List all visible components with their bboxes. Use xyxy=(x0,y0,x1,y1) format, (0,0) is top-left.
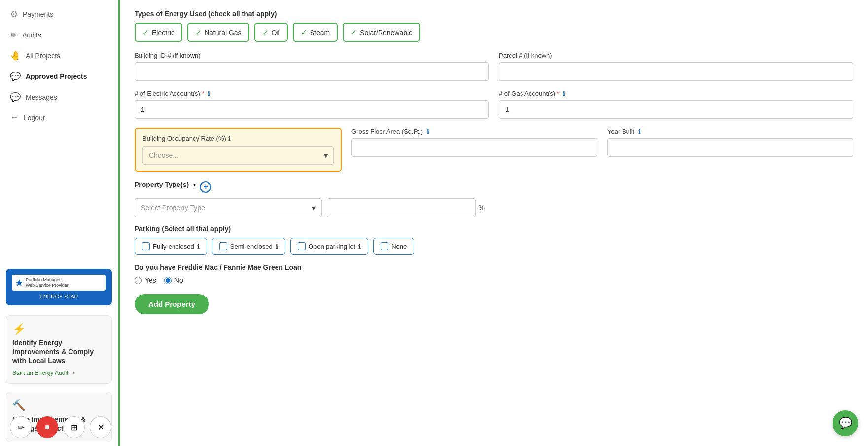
property-type-select-wrapper: Select Property Type Office Retail Multi… xyxy=(135,198,322,217)
sidebar-item-all-projects[interactable]: 🤚 All Projects xyxy=(0,45,118,66)
energy-label-electric: Electric xyxy=(152,29,174,37)
banner-label: ENERGY STAR xyxy=(40,294,78,299)
freddie-yes-label[interactable]: Yes xyxy=(135,276,156,284)
star-icon: ★ xyxy=(15,277,24,289)
year-built-info-icon[interactable]: ℹ xyxy=(638,128,641,135)
energy-star-logo: ★ Portfolio Manager Web Service Provider xyxy=(12,275,106,291)
info-icon-semi-enclosed[interactable]: ℹ xyxy=(276,243,278,250)
card-title: Identify Energy Improvements & Comply wi… xyxy=(12,338,105,366)
chat-icon: 💬 xyxy=(839,417,852,430)
add-property-type-button[interactable]: + xyxy=(200,181,211,193)
parking-section: Parking (Select all that apply) Fully-en… xyxy=(135,225,853,255)
freddie-radio-group: Yes No xyxy=(135,276,853,284)
energy-chip-solar[interactable]: ✓ Solar/Renewable xyxy=(343,23,420,42)
checkbox-open xyxy=(298,242,306,250)
info-icon-open[interactable]: ℹ xyxy=(358,243,361,250)
parking-chip-open[interactable]: Open parking lot ℹ xyxy=(290,238,368,255)
parking-label-open: Open parking lot xyxy=(309,243,355,250)
check-icon-natural-gas: ✓ xyxy=(195,28,202,37)
chat-button[interactable]: 💬 xyxy=(833,410,858,436)
freddie-no-label[interactable]: No xyxy=(164,276,183,284)
sidebar-item-logout[interactable]: ← Logout xyxy=(0,108,118,128)
energy-star-banner: ★ Portfolio Manager Web Service Provider… xyxy=(6,269,112,305)
all-projects-icon: 🤚 xyxy=(10,50,21,61)
freddie-no-radio[interactable] xyxy=(164,277,172,284)
add-property-button[interactable]: Add Property xyxy=(135,294,209,314)
energy-chip-natural-gas[interactable]: ✓ Natural Gas xyxy=(187,23,249,42)
gross-floor-info-icon[interactable]: ℹ xyxy=(427,128,429,135)
property-types-header: Property Type(s) * + xyxy=(135,181,853,193)
building-id-input[interactable] xyxy=(135,62,489,81)
sidebar-item-payments[interactable]: ⚙ Payments xyxy=(0,4,118,25)
parking-label: Parking (Select all that apply) xyxy=(135,225,853,233)
start-audit-link[interactable]: Start an Energy Audit → xyxy=(12,370,105,376)
sidebar-item-messages[interactable]: 💬 Messages xyxy=(0,87,118,108)
close-button[interactable]: ✕ xyxy=(90,416,111,438)
gross-floor-input[interactable] xyxy=(351,138,597,157)
property-type-select-wrap: Select Property Type Office Retail Multi… xyxy=(135,198,322,217)
electric-accounts-label: # of Electric Account(s) * ℹ xyxy=(135,90,489,97)
energy-types-label: Types of Energy Used (check all that app… xyxy=(135,10,853,18)
freddie-section: Do you have Freddie Mac / Fannie Mae Gre… xyxy=(135,263,853,284)
energy-types-group: ✓ Electric ✓ Natural Gas ✓ Oil ✓ Steam ✓… xyxy=(135,23,853,42)
audits-icon: ✏ xyxy=(10,30,17,40)
gas-accounts-label: # of Gas Account(s) * ℹ xyxy=(499,90,853,97)
occupancy-select-wrapper: Choose... 25% 50% 75% 100% ▾ xyxy=(142,146,334,165)
property-type-select[interactable]: Select Property Type Office Retail Multi… xyxy=(135,198,322,217)
occupancy-select[interactable]: Choose... 25% 50% 75% 100% xyxy=(142,146,334,165)
energy-chip-steam[interactable]: ✓ Steam xyxy=(293,23,338,42)
sidebar-nav: ⚙ Payments ✏ Audits 🤚 All Projects 💬 App… xyxy=(0,0,118,263)
checkbox-fully-enclosed xyxy=(142,242,150,250)
occupancy-info-icon[interactable]: ℹ xyxy=(228,135,231,142)
building-parcel-row: Building ID # (if known) Parcel # (if kn… xyxy=(135,52,853,81)
property-type-pct-input[interactable] xyxy=(327,198,476,217)
electric-accounts-input[interactable] xyxy=(135,100,489,119)
stop-button[interactable]: ■ xyxy=(36,416,58,438)
building-id-group: Building ID # (if known) xyxy=(135,52,489,81)
info-icon-fully-enclosed[interactable]: ℹ xyxy=(197,243,200,250)
freddie-label: Do you have Freddie Mac / Fannie Mae Gre… xyxy=(135,263,853,271)
year-built-group: Year Built ℹ xyxy=(607,128,853,157)
occupancy-highlighted-wrapper: Building Occupancy Rate (%) ℹ Choose... … xyxy=(135,128,342,172)
energy-chip-oil[interactable]: ✓ Oil xyxy=(254,23,288,42)
parking-chip-semi-enclosed[interactable]: Semi-enclosed ℹ xyxy=(212,238,285,255)
energy-chip-electric[interactable]: ✓ Electric xyxy=(135,23,182,42)
parking-chip-none[interactable]: None xyxy=(373,238,414,255)
parking-label-fully-enclosed: Fully-enclosed xyxy=(153,243,194,250)
year-built-label: Year Built ℹ xyxy=(607,128,853,135)
parcel-input[interactable] xyxy=(499,62,853,81)
gas-accounts-input[interactable] xyxy=(499,100,853,119)
check-icon-oil: ✓ xyxy=(262,28,269,37)
sidebar-item-label: Audits xyxy=(22,31,41,39)
sidebar-item-label: Messages xyxy=(26,93,57,101)
logout-icon: ← xyxy=(10,112,19,123)
electric-accounts-group: # of Electric Account(s) * ℹ xyxy=(135,90,489,119)
parcel-group: Parcel # (if known) xyxy=(499,52,853,81)
electric-info-icon[interactable]: ℹ xyxy=(208,90,210,97)
property-type-row: Select Property Type Office Retail Multi… xyxy=(135,198,853,217)
sidebar-item-audits[interactable]: ✏ Audits xyxy=(0,25,118,45)
year-built-input[interactable] xyxy=(607,138,853,157)
property-types-label: Property Type(s) xyxy=(135,181,189,188)
gas-info-icon[interactable]: ℹ xyxy=(563,90,565,97)
parcel-label: Parcel # (if known) xyxy=(499,52,853,59)
grid-button[interactable]: ⊞ xyxy=(63,416,85,438)
edit-button[interactable]: ✏ xyxy=(10,416,32,438)
gas-accounts-group: # of Gas Account(s) * ℹ xyxy=(499,90,853,119)
energy-label-steam: Steam xyxy=(310,29,330,37)
sidebar-item-label: All Projects xyxy=(26,52,60,60)
banner-logo-text: Portfolio Manager Web Service Provider xyxy=(26,277,69,288)
energy-label-solar: Solar/Renewable xyxy=(360,29,413,37)
freddie-yes-radio[interactable] xyxy=(135,277,142,284)
accounts-row: # of Electric Account(s) * ℹ # of Gas Ac… xyxy=(135,90,853,119)
parking-label-none: None xyxy=(391,243,407,250)
sidebar: ⚙ Payments ✏ Audits 🤚 All Projects 💬 App… xyxy=(0,0,118,446)
hammer-icon: 🔨 xyxy=(12,399,105,412)
parking-options: Fully-enclosed ℹ Semi-enclosed ℹ Open pa… xyxy=(135,238,853,255)
pct-symbol: % xyxy=(479,204,485,212)
payments-icon: ⚙ xyxy=(10,9,18,20)
parking-chip-fully-enclosed[interactable]: Fully-enclosed ℹ xyxy=(135,238,207,255)
main-content: Types of Energy Used (check all that app… xyxy=(118,0,868,446)
sidebar-item-approved-projects[interactable]: 💬 Approved Projects xyxy=(0,66,118,87)
gross-floor-group: Gross Floor Area (Sq.Ft.) ℹ xyxy=(351,128,597,157)
